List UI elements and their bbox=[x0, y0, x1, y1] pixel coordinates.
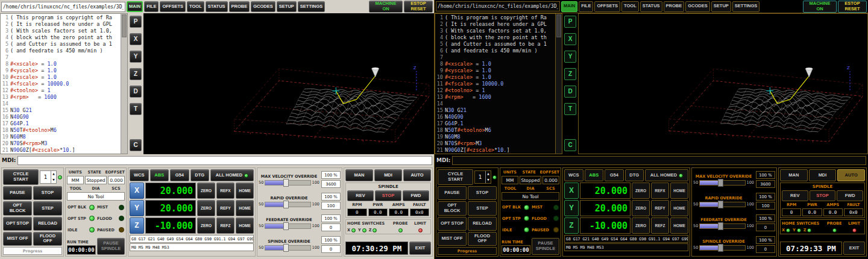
gcode-line[interactable]: 18 N50T#<toolno>M6 bbox=[1, 127, 121, 134]
gcode-line[interactable]: 10 #<zscale> = 1.0 bbox=[435, 74, 555, 81]
menu-button[interactable]: TOOL bbox=[621, 1, 639, 12]
view-button[interactable]: P bbox=[130, 16, 142, 28]
file-path-input[interactable] bbox=[436, 1, 560, 11]
gcode-line[interactable]: 13 #<rpm> = 1600 bbox=[1, 94, 121, 101]
menu-button[interactable]: PROBE bbox=[229, 1, 250, 12]
axis-ref-button[interactable]: REFY bbox=[216, 200, 234, 216]
gcode-line[interactable]: 2 ( It is released here under a GPL bbox=[1, 21, 121, 28]
gcode-line[interactable]: 20 N70S#<rpm>M3 bbox=[435, 140, 555, 147]
slider-thumb[interactable] bbox=[283, 201, 289, 208]
control-button[interactable]: PAUSE bbox=[438, 186, 467, 200]
menu-button[interactable]: FILE bbox=[579, 1, 593, 12]
gcode-line[interactable]: 4 ( block with the zero point at th bbox=[435, 34, 555, 41]
axis-letter-button[interactable]: X bbox=[564, 183, 579, 199]
gcode-line[interactable]: 21 N90G0Z[#<zscale>*10.] bbox=[1, 147, 121, 154]
axis-letter-button[interactable]: Z bbox=[564, 217, 579, 234]
menu-button[interactable]: SETUP bbox=[711, 1, 731, 12]
menu-button[interactable]: OFFSETS bbox=[594, 1, 620, 12]
dro-tab-button[interactable]: G54 bbox=[605, 169, 624, 181]
gcode-line[interactable]: 7 bbox=[435, 54, 555, 61]
cycle-count-spinner[interactable]: 1 ▲ ▼ bbox=[40, 170, 57, 184]
dro-tab-button[interactable]: WCS bbox=[130, 169, 149, 181]
control-button[interactable]: OPT STOP bbox=[3, 217, 32, 231]
axis-ref-button[interactable]: REFZ bbox=[651, 217, 669, 234]
view-button[interactable]: T bbox=[130, 103, 142, 115]
view-button[interactable]: Y bbox=[564, 51, 576, 63]
view-button[interactable]: X bbox=[130, 33, 142, 45]
view-button[interactable]: C bbox=[564, 139, 576, 151]
gcode-line[interactable]: 9 #<yscale> = 1.0 bbox=[435, 67, 555, 74]
axis-letter-button[interactable]: Y bbox=[130, 200, 144, 216]
override-value[interactable]: 0 bbox=[756, 223, 775, 231]
mode-button[interactable]: MAN bbox=[780, 169, 808, 181]
estop-reset-button[interactable]: ESTOP RESET bbox=[838, 1, 867, 13]
spin-down-icon[interactable]: ▼ bbox=[486, 177, 491, 183]
override-slider[interactable] bbox=[265, 245, 310, 251]
axis-ref-button[interactable]: REFX bbox=[651, 183, 669, 199]
control-button[interactable]: PAUSE bbox=[3, 186, 32, 200]
cycle-start-button[interactable]: CYCLE START bbox=[3, 169, 39, 185]
control-button[interactable]: MIST OFF bbox=[438, 232, 467, 246]
mdi-input[interactable] bbox=[17, 156, 432, 165]
menu-button[interactable]: GCODES bbox=[251, 1, 275, 12]
override-slider[interactable] bbox=[699, 180, 745, 186]
dro-tab-button[interactable]: DTG bbox=[190, 169, 210, 181]
gcode-line[interactable]: 12 #<toolno> = 1 bbox=[1, 87, 121, 94]
slider-thumb[interactable] bbox=[718, 201, 723, 208]
override-value[interactable]: 0 bbox=[321, 223, 341, 231]
dro-tab-button[interactable]: G54 bbox=[170, 169, 189, 181]
slider-thumb[interactable] bbox=[718, 244, 723, 252]
gcode-line[interactable]: 9 #<yscale> = 1.0 bbox=[1, 67, 121, 74]
spindle-button[interactable]: REV bbox=[782, 190, 808, 201]
axis-home-button[interactable]: HOME bbox=[670, 183, 688, 199]
slider-thumb[interactable] bbox=[283, 222, 289, 230]
gcode-line[interactable]: 11 #<fscale> = 10000.0 bbox=[435, 81, 555, 87]
file-path-input[interactable] bbox=[1, 2, 125, 12]
cycle-start-button[interactable]: CYCLE START bbox=[438, 169, 473, 185]
machine-on-button[interactable]: MACHINE ON bbox=[803, 1, 837, 13]
axis-home-button[interactable]: HOME bbox=[670, 200, 688, 216]
override-slider[interactable] bbox=[265, 180, 310, 186]
slider-thumb[interactable] bbox=[283, 244, 289, 252]
control-button[interactable]: STEP bbox=[33, 201, 62, 215]
gcode-line[interactable]: 17 G64P.1 bbox=[435, 120, 555, 127]
pause-spindle-button[interactable]: PAUSE SPINDLE bbox=[532, 238, 559, 255]
gcode-line[interactable]: 13 #<rpm> = 1600 bbox=[435, 94, 555, 101]
view-button[interactable]: Z bbox=[564, 68, 576, 80]
control-button[interactable]: OPT STOP bbox=[438, 217, 467, 231]
gcode-line[interactable]: 11 #<fscale> = 10000.0 bbox=[1, 81, 121, 87]
menu-button[interactable]: MAIN bbox=[561, 1, 577, 12]
axis-ref-button[interactable]: REFZ bbox=[216, 217, 234, 234]
control-button[interactable]: STOP bbox=[468, 186, 497, 200]
dro-tab-button[interactable]: DTG bbox=[625, 169, 644, 181]
override-slider[interactable] bbox=[265, 202, 310, 207]
mode-button[interactable]: MAN bbox=[345, 169, 373, 181]
gcode-line[interactable]: 3 ( With scales factors set at 1.0, bbox=[435, 28, 555, 34]
gcode-line[interactable]: 14 bbox=[1, 101, 121, 107]
override-slider[interactable] bbox=[699, 223, 745, 229]
mode-button[interactable]: AUTO bbox=[837, 169, 865, 181]
axis-home-button[interactable]: HOME bbox=[670, 217, 688, 234]
scrollbar-thumb[interactable] bbox=[122, 14, 127, 37]
menu-button[interactable]: STATUS bbox=[640, 1, 662, 12]
axis-zero-button[interactable]: ZERO bbox=[632, 217, 650, 234]
control-button[interactable]: MIST OFF bbox=[3, 232, 32, 246]
menu-button[interactable]: STATUS bbox=[206, 1, 228, 12]
dro-tab-button[interactable]: WCS bbox=[564, 169, 583, 181]
dro-tab-button[interactable]: ABS bbox=[150, 169, 169, 181]
spindle-button[interactable]: REV bbox=[347, 190, 374, 201]
machine-on-button[interactable]: MACHINE ON bbox=[369, 1, 403, 13]
view-button[interactable]: D bbox=[130, 86, 142, 98]
override-slider[interactable] bbox=[699, 245, 745, 251]
gcode-line[interactable]: 12 #<toolno> = 1 bbox=[435, 87, 555, 94]
gcode-line[interactable]: 19 N60M8 bbox=[1, 134, 121, 140]
axis-zero-button[interactable]: ZERO bbox=[632, 183, 650, 199]
slider-thumb[interactable] bbox=[718, 222, 723, 230]
menu-button[interactable]: MAIN bbox=[127, 1, 143, 12]
override-value[interactable]: 100 bbox=[756, 202, 775, 210]
axis-ref-button[interactable]: REFX bbox=[216, 183, 234, 199]
axis-zero-button[interactable]: ZERO bbox=[197, 200, 215, 216]
override-value[interactable]: 0 bbox=[756, 245, 775, 253]
axis-home-button[interactable]: HOME bbox=[236, 200, 254, 216]
override-value[interactable]: 0 bbox=[321, 245, 341, 253]
